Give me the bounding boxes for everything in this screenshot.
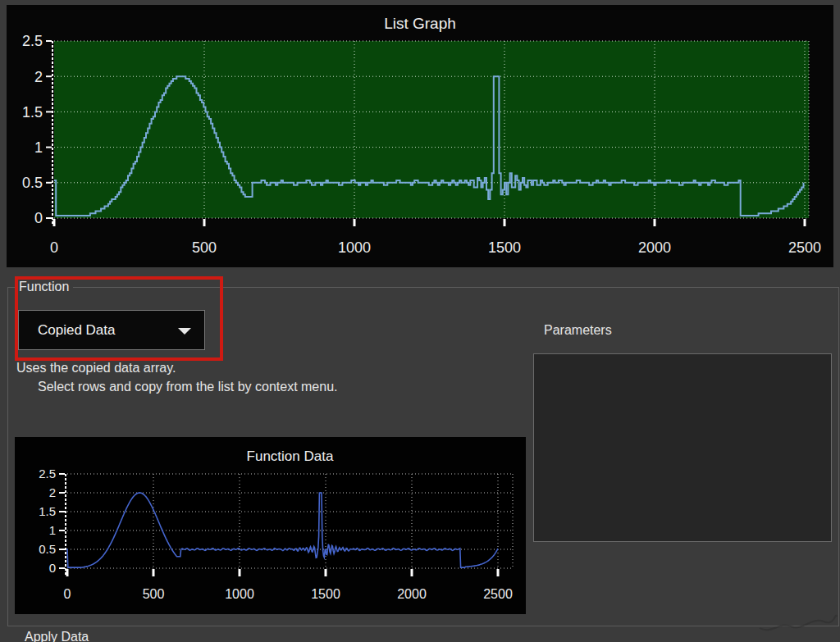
function-combobox-value: Copied Data	[38, 322, 116, 339]
y-tick-label: 0.5	[22, 175, 43, 191]
watermark-scribble	[755, 589, 840, 638]
function-description-line1: Uses the copied data array.	[16, 361, 176, 376]
y-tick-label: 0	[49, 561, 56, 575]
x-tick-label: 1500	[311, 587, 340, 601]
x-tick-label: 0	[64, 587, 71, 601]
function-group-label: Function	[15, 280, 73, 294]
x-tick-label: 1000	[338, 239, 371, 256]
y-tick-label: 2.5	[22, 33, 43, 49]
x-tick-label: 2000	[638, 239, 671, 256]
plot-area[interactable]	[54, 41, 809, 218]
function-data-chart[interactable]: Function Data 00.511.522.505001000150020…	[15, 437, 526, 614]
x-tick-label: 2500	[788, 239, 821, 256]
parameters-label: Parameters	[544, 323, 612, 338]
x-tick-label: 1500	[488, 239, 521, 256]
y-tick-label: 2	[34, 69, 43, 85]
y-tick-label: 1.5	[39, 504, 56, 518]
y-tick-label: 2	[49, 485, 56, 499]
chevron-down-icon	[178, 328, 191, 335]
x-tick-label: 2500	[483, 587, 513, 601]
y-tick-label: 1.5	[22, 104, 43, 121]
parameters-panel	[533, 353, 832, 542]
y-tick-label: 2.5	[39, 467, 56, 480]
function-description-line2: Select rows and copy from the list by co…	[38, 380, 338, 394]
y-tick-label: 1	[34, 139, 43, 156]
function-combobox[interactable]: Copied Data	[18, 310, 205, 350]
x-tick-label: 500	[192, 239, 217, 256]
x-tick-label: 2000	[397, 587, 427, 601]
list-graph-chart[interactable]: List Graph 00.511.522.505001000150020002…	[7, 5, 833, 267]
x-tick-label: 500	[143, 587, 165, 601]
function-data-title: Function Data	[67, 448, 513, 465]
x-tick-label: 0	[50, 239, 58, 256]
application-window: List Graph 00.511.522.505001000150020002…	[0, 0, 840, 642]
y-tick-label: 0.5	[39, 542, 56, 556]
plot-area[interactable]	[67, 474, 513, 568]
y-tick-label: 1	[49, 523, 56, 537]
y-tick-label: 0	[34, 210, 43, 226]
list-graph-plot[interactable]: 00.511.522.505001000150020002500	[7, 5, 833, 267]
list-graph-title: List Graph	[7, 15, 833, 33]
apply-data-group-label: Apply Data	[25, 630, 89, 642]
x-tick-label: 1000	[225, 587, 254, 601]
